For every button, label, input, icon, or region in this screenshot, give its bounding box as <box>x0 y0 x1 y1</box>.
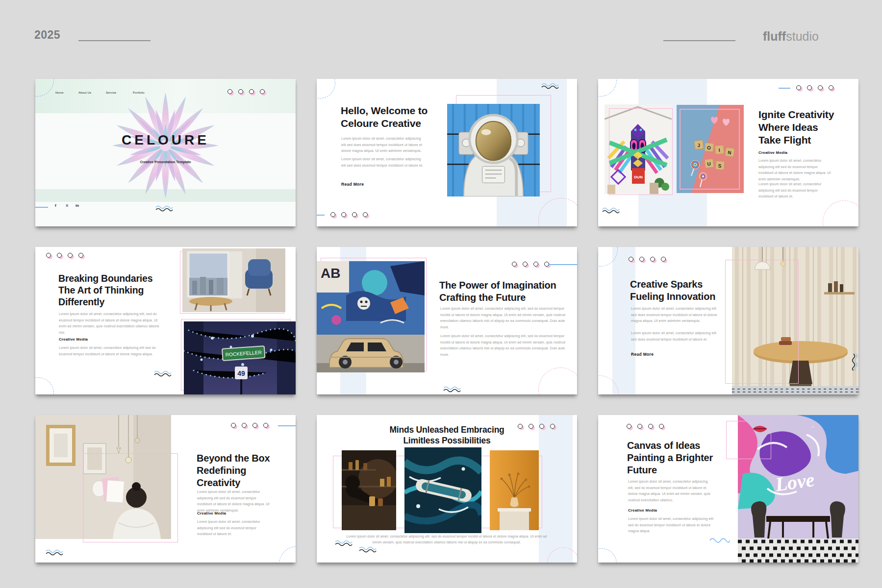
dot <box>529 424 533 429</box>
pager-dots <box>330 212 368 217</box>
title-line: Creative Sparks <box>630 278 715 291</box>
dashed-circle <box>279 546 296 563</box>
dots-rule <box>548 264 577 265</box>
pager-dots <box>627 424 664 429</box>
dot <box>818 85 823 90</box>
subheading: Creative Media <box>628 508 657 513</box>
squiggle-icon <box>851 353 858 371</box>
squiggle-icon <box>359 546 377 553</box>
dot <box>650 257 655 262</box>
dot <box>523 262 528 267</box>
dashed-arc <box>35 377 54 394</box>
title-line: Where Ideas <box>758 121 834 134</box>
graffiti-letters: AB <box>321 266 340 281</box>
dot <box>539 424 544 429</box>
slide-deck: Home About Us Service Portfolio <box>35 79 858 563</box>
body-paragraph: Lorem ipsum dolor sit amet, consectetur … <box>628 516 714 535</box>
dot <box>68 253 73 258</box>
slide-title: Hello, Welcome to Celoure Creative <box>341 104 428 130</box>
dot <box>637 424 642 429</box>
dashed-arc <box>598 548 617 563</box>
photo-frame <box>726 421 771 459</box>
dot <box>46 253 51 258</box>
slide-title: Creative Sparks Fueling Innovation <box>630 278 715 303</box>
body-paragraph: Lorem ipsum dolor sit amet, consectetur … <box>197 489 271 514</box>
slide-power: AB The Power of Imagination Crafting the… <box>317 247 577 394</box>
body-paragraph: Lorem ipsum dolor sit amet, consectetur … <box>341 156 425 169</box>
cover-title: CELOURE <box>35 132 296 149</box>
pager-dots <box>231 423 268 428</box>
cover-subtitle: Creative Presentation Template <box>35 160 296 164</box>
dot <box>263 423 268 428</box>
dot <box>829 85 833 90</box>
body-paragraph: Lorem ipsum dolor sit amet, consectetur … <box>631 330 722 343</box>
svg-text:S: S <box>718 163 722 169</box>
title-line: Redefining <box>197 465 270 477</box>
subheading: Creative Media <box>59 337 88 342</box>
brand-light: studio <box>786 29 819 43</box>
dot <box>252 423 257 428</box>
slide-title: The Power of Imagination Crafting the Fu… <box>439 279 556 304</box>
dot <box>518 424 523 429</box>
linkedin-icon[interactable]: in <box>76 203 79 208</box>
dot <box>533 262 538 267</box>
dot <box>330 212 335 217</box>
dashed-arc <box>598 79 617 97</box>
pager-dots <box>518 424 555 429</box>
pager-dots <box>629 257 666 262</box>
join-us-image: J O I N U S <box>677 105 744 193</box>
slide-title: Beyond the Box Redefining Creativity <box>197 452 270 489</box>
svg-text:U: U <box>707 161 711 167</box>
dot <box>238 89 243 94</box>
title-line: Differently <box>58 296 152 308</box>
dot <box>807 85 812 90</box>
body-paragraph: Lorem ipsum dolor sit amet, consectetur … <box>440 333 569 358</box>
dot <box>231 423 236 428</box>
dot <box>260 89 265 94</box>
squiggle-icon <box>602 207 620 214</box>
slide-welcome: Hello, Welcome to Celoure Creative Lorem… <box>317 79 577 226</box>
title-line: Hello, Welcome to <box>341 104 428 117</box>
graffiti-car-image: AB <box>317 261 425 372</box>
read-more-link[interactable]: Read More <box>631 352 654 357</box>
dot <box>639 257 644 262</box>
body-paragraph: Lorem ipsum dolor sit amet, consectetur … <box>197 519 271 538</box>
dot <box>352 212 357 217</box>
body-paragraph: Lorem ipsum dolor sit amet, consectetur … <box>341 136 425 154</box>
brand-logo: fluffstudio <box>763 29 819 44</box>
body-paragraph: Lorem ipsum dolor sit amet, consectetur … <box>628 479 714 503</box>
slide-ignite: DUN J O I N U S Igni <box>598 79 858 226</box>
body-paragraph: Lorem ipsum dolor sit amet, consectetur … <box>59 311 162 336</box>
title-line: The Power of Imagination <box>439 279 556 292</box>
photo-frame <box>725 260 799 384</box>
slide-title: Ignite Creativity Where Ideas Take Fligh… <box>758 108 834 147</box>
dots-rule <box>317 215 325 216</box>
dot <box>341 212 346 217</box>
subheading: Creative Media <box>758 150 787 155</box>
orange-vase-image <box>490 450 539 530</box>
dots-rule <box>278 425 296 426</box>
header-rule-right <box>663 40 735 41</box>
nav-home[interactable]: Home <box>55 91 64 94</box>
dot <box>796 85 801 90</box>
pager-dots <box>46 253 83 258</box>
pager-dots <box>512 262 549 267</box>
nav-about-us[interactable]: About Us <box>78 91 91 94</box>
facebook-icon[interactable]: f <box>55 203 56 208</box>
dot <box>661 257 666 262</box>
slide-title: Canvas of Ideas Painting a Brighter Futu… <box>627 440 713 476</box>
title-line: Limitless Possibilities <box>317 436 577 446</box>
title-line: The Art of Thinking <box>58 284 152 296</box>
slide-title: Breaking Boundaries The Art of Thinking … <box>58 272 152 308</box>
dot <box>57 253 62 258</box>
read-more-link[interactable]: Read More <box>341 182 364 187</box>
title-line: Fueling Innovation <box>630 291 715 303</box>
dashed-circle <box>538 368 577 394</box>
svg-text:N: N <box>728 150 731 156</box>
title-line: Painting a Brighter <box>627 452 713 464</box>
twitter-x-icon[interactable]: X <box>66 203 68 208</box>
brand-bold: fluff <box>763 29 786 43</box>
slide-beyond: Beyond the Box Redefining Creativity Lor… <box>35 415 296 563</box>
pager-dots <box>796 85 833 90</box>
slide-sparks: Creative Sparks Fueling Innovation Lorem… <box>598 247 858 394</box>
